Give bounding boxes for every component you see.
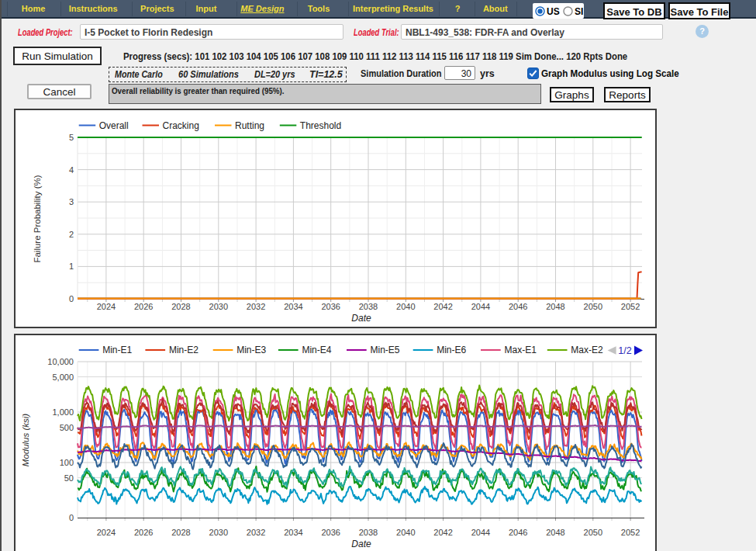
svg-text:Modulus (ksi): Modulus (ksi) bbox=[21, 414, 30, 467]
svg-text:4: 4 bbox=[69, 165, 74, 175]
svg-text:Min-E3: Min-E3 bbox=[236, 345, 266, 355]
svg-text:2042: 2042 bbox=[433, 302, 452, 311]
svg-text:Threshold: Threshold bbox=[300, 120, 341, 131]
svg-text:2036: 2036 bbox=[321, 528, 340, 537]
svg-text:2050: 2050 bbox=[584, 302, 602, 311]
svg-text:2032: 2032 bbox=[247, 528, 265, 537]
svg-text:Overall: Overall bbox=[99, 120, 129, 131]
svg-text:2052: 2052 bbox=[621, 302, 640, 311]
svg-text:Cracking: Cracking bbox=[163, 120, 199, 131]
svg-text:500: 500 bbox=[60, 423, 74, 432]
svg-text:100: 100 bbox=[60, 458, 74, 467]
svg-text:Max-E2: Max-E2 bbox=[571, 345, 603, 355]
svg-text:2024: 2024 bbox=[97, 528, 116, 537]
svg-text:2026: 2026 bbox=[134, 528, 153, 537]
svg-text:2046: 2046 bbox=[509, 302, 527, 311]
svg-text:Min-E5: Min-E5 bbox=[371, 345, 400, 355]
svg-text:2044: 2044 bbox=[471, 302, 490, 311]
svg-text:2034: 2034 bbox=[284, 302, 302, 311]
svg-text:2034: 2034 bbox=[284, 528, 302, 537]
svg-text:0: 0 bbox=[69, 513, 74, 522]
svg-text:5: 5 bbox=[69, 133, 74, 142]
svg-text:2: 2 bbox=[69, 230, 74, 239]
svg-text:2042: 2042 bbox=[433, 528, 452, 537]
svg-text:1/2: 1/2 bbox=[618, 345, 631, 356]
svg-text:Min-E2: Min-E2 bbox=[169, 345, 198, 355]
svg-text:2038: 2038 bbox=[359, 302, 378, 311]
svg-text:2048: 2048 bbox=[546, 302, 564, 311]
svg-text:1,000: 1,000 bbox=[52, 407, 74, 417]
svg-text:2036: 2036 bbox=[321, 302, 340, 311]
svg-text:2026: 2026 bbox=[134, 302, 153, 311]
svg-text:Date: Date bbox=[351, 313, 371, 324]
svg-text:2040: 2040 bbox=[396, 528, 415, 537]
svg-text:10,000: 10,000 bbox=[47, 357, 74, 366]
svg-text:2032: 2032 bbox=[247, 302, 265, 311]
svg-text:2044: 2044 bbox=[471, 528, 490, 537]
svg-text:2040: 2040 bbox=[396, 302, 415, 311]
svg-text:Min-E1: Min-E1 bbox=[102, 345, 132, 355]
svg-text:Min-E6: Min-E6 bbox=[437, 345, 466, 355]
svg-text:2050: 2050 bbox=[584, 528, 602, 537]
svg-text:0: 0 bbox=[69, 294, 74, 303]
svg-text:2028: 2028 bbox=[171, 302, 190, 311]
svg-text:3: 3 bbox=[69, 197, 74, 206]
svg-text:Rutting: Rutting bbox=[235, 120, 264, 131]
svg-text:2052: 2052 bbox=[621, 528, 640, 537]
svg-text:Date: Date bbox=[351, 539, 371, 549]
svg-text:Max-E1: Max-E1 bbox=[505, 345, 537, 355]
svg-text:Min-E4: Min-E4 bbox=[302, 345, 331, 355]
svg-text:5,000: 5,000 bbox=[52, 373, 74, 382]
svg-text:2024: 2024 bbox=[97, 302, 116, 311]
svg-text:Failure Probability (%): Failure Probability (%) bbox=[33, 175, 42, 262]
svg-text:2038: 2038 bbox=[359, 528, 378, 537]
svg-text:2048: 2048 bbox=[546, 528, 564, 537]
svg-text:2030: 2030 bbox=[209, 302, 228, 311]
svg-text:50: 50 bbox=[64, 473, 74, 483]
svg-text:2046: 2046 bbox=[509, 528, 527, 537]
svg-text:2030: 2030 bbox=[209, 528, 228, 537]
svg-text:2028: 2028 bbox=[171, 528, 190, 537]
svg-text:1: 1 bbox=[69, 262, 74, 271]
